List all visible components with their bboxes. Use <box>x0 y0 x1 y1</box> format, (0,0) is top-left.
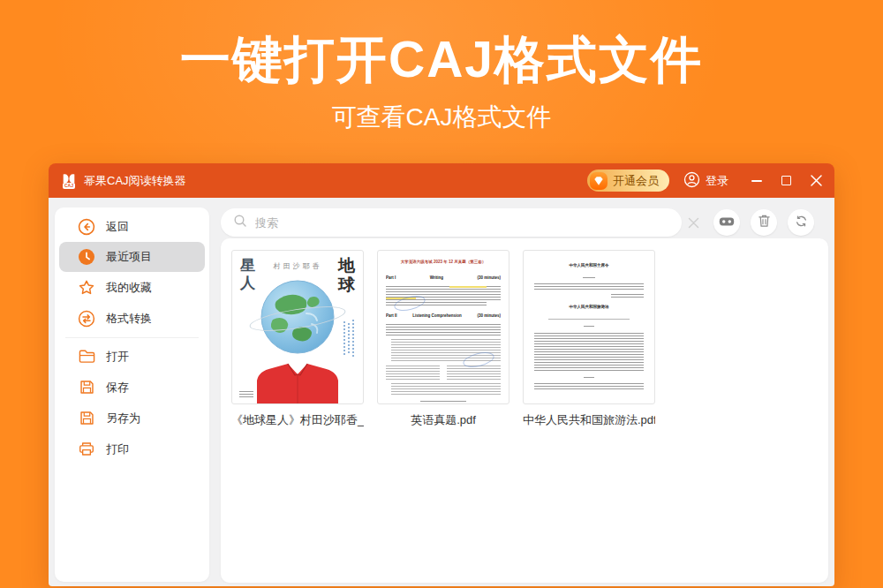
exam-part1-row: Part I Writing (30 minutes) <box>386 275 501 280</box>
sidebar-item-label: 我的收藏 <box>106 280 152 296</box>
law-heading1: 中华人民共和国主席令 <box>534 262 644 268</box>
law-subheading-line <box>583 277 595 279</box>
cover-publisher-text <box>239 391 253 398</box>
exam-footer <box>420 401 466 403</box>
sidebar-item-label: 保存 <box>106 380 129 396</box>
app-window: CAJ 幂果CAJ阅读转换器 开通会员 登录 <box>49 163 834 586</box>
thumbnail-exam-paper: 大学英语六级考试 2023 年 12 月真题（第三套） Part I Writi… <box>377 250 509 404</box>
vip-diamond-icon <box>590 172 608 190</box>
file-caption: 《地球星人》村田沙耶香_文... <box>231 412 364 428</box>
law-page: 中华人民共和国主席令 中华人民共和国旅游法 <box>524 251 654 403</box>
back-circle-icon <box>77 217 96 237</box>
trash-icon <box>758 214 771 231</box>
maximize-icon[interactable] <box>781 176 791 185</box>
file-item-english-exam[interactable]: 大学英语六级考试 2023 年 12 月真题（第三套） Part I Writi… <box>377 250 509 571</box>
sidebar-item-convert[interactable]: 格式转换 <box>55 303 209 334</box>
hero-title: 一键打开CAJ格式文件 <box>0 26 883 94</box>
sidebar-item-label: 另存为 <box>106 411 140 426</box>
cover-side-text <box>352 320 354 358</box>
app-logo-icon: CAJ <box>61 173 77 189</box>
login-label: 登录 <box>706 173 728 189</box>
file-item-earthlings[interactable]: 星人 村田沙耶香 地球 <box>231 250 364 571</box>
app-logo-badge: CAJ <box>63 183 75 189</box>
exam-two-column-options <box>386 366 501 380</box>
swap-icon <box>77 309 96 328</box>
refresh-button[interactable] <box>788 209 814 236</box>
law-chapter-line <box>584 326 594 328</box>
refresh-icon <box>795 215 808 231</box>
law-paragraph <box>534 283 644 291</box>
cover-author: 村田沙耶香 <box>274 261 322 271</box>
close-icon[interactable] <box>811 175 822 186</box>
thumbnail-book-cover: 星人 村田沙耶香 地球 <box>231 250 364 404</box>
search-bar <box>221 208 682 237</box>
sidebar-item-back[interactable]: 返回 <box>55 211 209 242</box>
exam-page: 大学英语六级考试 2023 年 12 月真题（第三套） Part I Writi… <box>378 251 509 403</box>
goggles-view-button[interactable] <box>713 209 740 236</box>
folder-icon <box>77 347 96 366</box>
login-button[interactable]: 登录 <box>683 171 728 191</box>
sidebar-item-label: 打印 <box>106 441 129 457</box>
sidebar-item-save[interactable]: 保存 <box>55 372 209 403</box>
sidebar-item-label: 打开 <box>106 349 129 365</box>
search-input[interactable] <box>255 216 669 230</box>
law-chapter-line <box>584 377 594 379</box>
minimize-icon[interactable] <box>751 180 762 182</box>
goggles-icon <box>719 215 735 230</box>
sidebar-item-recent[interactable]: 最近项目 <box>59 242 205 272</box>
exam-title: 大学英语六级考试 2023 年 12 月真题（第三套） <box>386 259 501 265</box>
cover-title-left: 星人 <box>240 257 257 291</box>
law-parenthetical-line <box>548 319 630 320</box>
sidebar-item-open[interactable]: 打开 <box>55 341 209 372</box>
titlebar: CAJ 幂果CAJ阅读转换器 开通会员 登录 <box>49 163 834 198</box>
sidebar-item-label: 格式转换 <box>106 311 152 327</box>
thumbnail-law-doc: 中华人民共和国主席令 中华人民共和国旅游法 <box>523 250 655 404</box>
red-shirt-illustration <box>249 361 346 403</box>
window-controls <box>751 175 822 186</box>
file-caption: 英语真题.pdf <box>377 412 509 428</box>
cover-title-right: 地球 <box>338 256 357 295</box>
app-title: 幂果CAJ阅读转换器 <box>84 173 186 189</box>
app-body: 返回 最近项目 我的收藏 <box>49 198 834 586</box>
hero-subtitle: 可查看CAJ格式文件 <box>0 101 883 134</box>
sidebar-item-save-as[interactable]: 另存为 <box>55 403 209 433</box>
file-item-tourism-law[interactable]: 中华人民共和国主席令 中华人民共和国旅游法 中华人民共和国旅游法.pdf <box>523 250 655 571</box>
delete-button[interactable] <box>751 209 777 236</box>
save-as-icon <box>77 409 96 428</box>
clock-icon <box>77 247 96 267</box>
cover-side-text <box>348 323 350 353</box>
sidebar-item-print[interactable]: 打印 <box>55 433 209 464</box>
avatar-icon <box>683 171 700 191</box>
cover-side-text <box>343 321 345 357</box>
sidebar: 返回 最近项目 我的收藏 <box>55 207 209 582</box>
sidebar-item-label: 返回 <box>106 219 129 235</box>
exam-paragraph <box>386 324 501 335</box>
printer-icon <box>77 440 96 459</box>
file-caption: 中华人民共和国旅游法.pdf <box>523 412 655 428</box>
sidebar-divider <box>65 337 199 338</box>
clear-search-icon[interactable] <box>684 208 702 237</box>
exam-part2-row: Part II Listening Comprehension (30 minu… <box>386 313 501 318</box>
law-paragraph <box>534 383 644 390</box>
recent-files-panel: 星人 村田沙耶香 地球 <box>221 238 828 583</box>
vip-button[interactable]: 开通会员 <box>587 170 669 192</box>
search-icon <box>233 214 247 231</box>
star-icon <box>77 278 96 298</box>
vip-button-label: 开通会员 <box>613 173 659 189</box>
sidebar-item-label: 最近项目 <box>106 249 152 265</box>
exam-option-list <box>391 383 501 396</box>
law-heading2: 中华人民共和国旅游法 <box>534 304 644 310</box>
save-icon <box>77 378 96 397</box>
sidebar-item-favorites[interactable]: 我的收藏 <box>55 272 209 303</box>
law-paragraph <box>534 333 644 372</box>
